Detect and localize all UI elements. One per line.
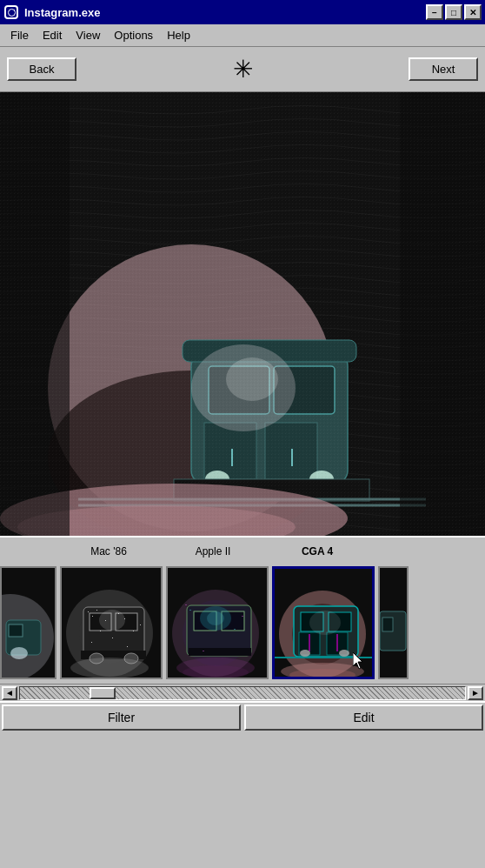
- scroll-left-button[interactable]: ◄: [2, 686, 17, 700]
- svg-point-53: [99, 610, 125, 631]
- menu-file[interactable]: File: [3, 27, 36, 43]
- thumbnails-row: [0, 562, 485, 684]
- svg-rect-52: [127, 646, 128, 647]
- svg-rect-90: [382, 618, 393, 631]
- svg-point-54: [70, 658, 149, 678]
- minimize-button[interactable]: −: [426, 4, 443, 20]
- svg-point-65: [183, 665, 249, 679]
- title-bar: Instagram.exe − □ ✕: [0, 0, 485, 24]
- svg-rect-42: [92, 616, 93, 617]
- svg-point-31: [10, 647, 28, 659]
- svg-rect-22: [0, 92, 485, 536]
- svg-point-81: [300, 650, 310, 657]
- svg-rect-67: [189, 610, 191, 611]
- filter-button[interactable]: Filter: [2, 704, 241, 731]
- menu-options[interactable]: Options: [107, 27, 160, 43]
- svg-point-86: [309, 611, 341, 635]
- svg-rect-47: [100, 631, 101, 631]
- filter-label-mac86: Mac '86: [56, 545, 161, 558]
- scroll-thumb[interactable]: [90, 687, 116, 699]
- svg-rect-68: [242, 616, 243, 617]
- svg-rect-70: [203, 651, 204, 651]
- svg-rect-43: [96, 610, 97, 611]
- svg-rect-66: [185, 604, 187, 605]
- bottom-buttons: Filter Edit: [0, 701, 485, 732]
- svg-rect-41: [88, 611, 89, 612]
- main-image: [0, 92, 485, 536]
- menu-help[interactable]: Help: [160, 27, 197, 43]
- back-button[interactable]: Back: [7, 57, 76, 81]
- window-title: Instagram.exe: [24, 6, 426, 19]
- menu-bar: File Edit View Options Help: [0, 24, 485, 47]
- menu-edit[interactable]: Edit: [36, 27, 69, 43]
- thumbnail-mac86[interactable]: [60, 566, 163, 679]
- filter-labels-row: Mac '86 Apple II CGA 4: [0, 537, 485, 562]
- window-controls: − □ ✕: [426, 4, 482, 20]
- edit-button[interactable]: Edit: [244, 704, 483, 731]
- thumbnail-next-partial[interactable]: [378, 566, 409, 679]
- scroll-track[interactable]: [19, 686, 466, 700]
- svg-rect-50: [140, 624, 141, 625]
- svg-rect-49: [91, 642, 92, 643]
- thumbnail-cga4[interactable]: [272, 566, 375, 679]
- toolbar: Back ✳ Next: [0, 47, 485, 92]
- filter-label-appleii: Apple II: [161, 545, 265, 558]
- svg-rect-48: [112, 638, 113, 638]
- sun-icon: ✳: [233, 55, 253, 83]
- svg-rect-69: [234, 629, 236, 630]
- close-button[interactable]: ✕: [464, 4, 482, 20]
- main-svg: [0, 92, 485, 536]
- toolbar-center: ✳: [76, 55, 409, 83]
- thumbnail-partial[interactable]: [0, 566, 56, 679]
- svg-rect-61: [189, 648, 251, 656]
- scroll-right-button[interactable]: ►: [468, 686, 483, 700]
- filter-label-cga4: CGA 4: [265, 545, 369, 558]
- filter-section: Mac '86 Apple II CGA 4: [0, 536, 485, 736]
- menu-view[interactable]: View: [69, 27, 107, 43]
- scrollbar: ◄ ►: [0, 684, 485, 701]
- svg-rect-30: [9, 624, 23, 637]
- svg-point-82: [339, 650, 349, 657]
- app-icon: [3, 4, 19, 20]
- thumbnail-appleii[interactable]: [166, 566, 269, 679]
- svg-rect-51: [133, 631, 134, 631]
- maximize-button[interactable]: □: [445, 4, 462, 20]
- svg-point-63: [207, 611, 224, 625]
- next-button[interactable]: Next: [409, 57, 478, 81]
